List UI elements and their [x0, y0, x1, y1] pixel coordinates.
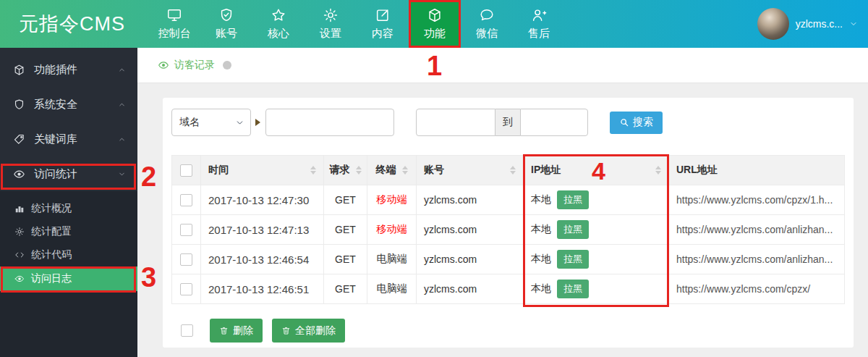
row-checkbox[interactable] — [180, 194, 192, 206]
keyword-input[interactable] — [265, 109, 394, 136]
chevron-up-icon — [118, 135, 126, 143]
sort-icon[interactable] — [310, 166, 316, 175]
sidebar-item-label: 功能插件 — [34, 63, 77, 77]
nav-item-aftersale[interactable]: 售后 — [513, 0, 565, 48]
submenu-item-label: 统计概况 — [31, 202, 72, 215]
column-header-ip[interactable]: IP地址 — [524, 156, 669, 185]
row-checkbox[interactable] — [180, 224, 192, 236]
caret-right-icon — [255, 119, 260, 126]
blacklist-button[interactable]: 拉黑 — [557, 220, 589, 239]
ip-label: 本地 — [531, 282, 551, 294]
trash-icon — [219, 326, 229, 335]
field-select-value: 域名 — [179, 116, 200, 129]
cell-device: 电脑端 — [367, 274, 417, 304]
sidebar-item-plugins[interactable]: 功能插件 — [0, 52, 137, 87]
device-label: 移动端 — [377, 193, 407, 205]
nav-item-label: 功能 — [424, 27, 446, 41]
column-header-time[interactable]: 时间 — [201, 156, 324, 185]
nav-item-settings[interactable]: 设置 — [305, 0, 357, 48]
device-label: 电脑端 — [377, 253, 407, 264]
nav-item-core[interactable]: 核心 — [252, 0, 305, 48]
submenu-item-stats-config[interactable]: 统计配置 — [0, 220, 137, 243]
nav-item-label: 售后 — [528, 27, 550, 41]
table-row: 2017-10-13 12:47:30 GET 移动端 yzlcms.com 本… — [172, 185, 845, 215]
column-header-label: IP地址 — [531, 164, 561, 177]
cell-time: 2017-10-13 12:46:51 — [201, 274, 324, 304]
breadcrumb: 访客记录 — [158, 59, 231, 72]
admin-page: 元指令CMS 控制台 账号 核心 设置 内容 — [0, 0, 868, 357]
cell-method: GET — [324, 185, 367, 215]
nav-item-wechat[interactable]: 微信 — [461, 0, 513, 48]
cell-ip: 本地拉黑 — [524, 185, 669, 215]
nav-item-console[interactable]: 控制台 — [148, 0, 200, 48]
row-checkbox[interactable] — [180, 253, 192, 266]
delete-all-button[interactable]: 全部删除 — [272, 319, 345, 343]
tab-close-dot[interactable] — [223, 61, 231, 70]
top-bar: 元指令CMS 控制台 账号 核心 设置 内容 — [0, 0, 868, 48]
cell-device: 移动端 — [367, 215, 417, 245]
nav-item-label: 内容 — [372, 27, 393, 41]
select-all-checkbox[interactable] — [180, 164, 192, 177]
top-nav: 控制台 账号 核心 设置 内容 功能 — [148, 0, 565, 48]
sidebar: 功能插件 系统安全 关键词库 访问统计 统计概况 统计配置 — [0, 48, 137, 357]
delete-button[interactable]: 删除 — [210, 319, 263, 343]
column-header-method[interactable]: 请求 — [324, 156, 367, 185]
submenu-item-stats-code[interactable]: 统计代码 — [0, 243, 137, 266]
row-checkbox[interactable] — [180, 283, 192, 295]
sidebar-item-label: 系统安全 — [34, 98, 77, 112]
cube-icon — [427, 7, 443, 23]
sort-icon[interactable] — [655, 166, 661, 175]
sort-icon[interactable] — [402, 166, 408, 175]
search-button[interactable]: 搜索 — [610, 112, 663, 134]
sort-icon[interactable] — [510, 166, 516, 175]
search-icon — [619, 117, 629, 127]
cube-icon — [13, 64, 25, 76]
sidebar-item-visit-stats[interactable]: 访问统计 — [0, 156, 137, 191]
filter-bar: 域名 到 搜索 — [171, 109, 845, 136]
blacklist-button[interactable]: 拉黑 — [557, 280, 589, 298]
eye-icon — [13, 168, 25, 180]
cell-account: yzlcms.com — [417, 245, 524, 274]
visit-log-panel: 域名 到 搜索 — [163, 98, 854, 348]
sort-icon[interactable] — [356, 166, 362, 175]
tab-strip: 访客记录 — [137, 48, 868, 83]
cell-device: 移动端 — [367, 185, 417, 215]
ip-label: 本地 — [531, 253, 551, 264]
eye-icon — [14, 274, 25, 284]
delete-all-button-label: 全部删除 — [295, 324, 336, 337]
table-row: 2017-10-13 12:46:51 GET 电脑端 yzlcms.com 本… — [172, 274, 845, 304]
trash-icon — [281, 326, 291, 335]
nav-item-content[interactable]: 内容 — [357, 0, 409, 48]
bar-chart-icon — [14, 203, 25, 214]
nav-item-function[interactable]: 功能 — [409, 0, 461, 48]
date-to-label: 到 — [495, 109, 520, 136]
blacklist-button[interactable]: 拉黑 — [557, 250, 589, 269]
table-row: 2017-10-13 12:47:13 GET 移动端 yzlcms.com 本… — [172, 215, 845, 245]
column-header-account[interactable]: 账号 — [417, 156, 524, 185]
ip-label: 本地 — [531, 223, 551, 235]
edit-icon — [375, 7, 391, 23]
user-menu[interactable]: yzlcms.c... — [757, 0, 868, 48]
cell-url: https://www.yzlcms.com/cpzx/1.h... — [669, 185, 845, 215]
cell-time: 2017-10-13 12:47:30 — [201, 185, 324, 215]
date-from-input[interactable] — [416, 109, 495, 136]
submenu-item-label: 访问日志 — [31, 272, 72, 285]
shield-check-icon — [218, 7, 234, 23]
submenu-item-stats-overview[interactable]: 统计概况 — [0, 197, 137, 220]
sidebar-item-keywords[interactable]: 关键词库 — [0, 122, 137, 156]
date-to-input[interactable] — [520, 109, 588, 136]
field-select[interactable]: 域名 — [171, 109, 251, 136]
cell-url: https://www.yzlcms.com/anlizhan... — [669, 215, 845, 245]
blacklist-button[interactable]: 拉黑 — [557, 190, 589, 209]
user-name: yzlcms.c... — [796, 18, 843, 30]
cell-method: GET — [324, 245, 367, 274]
column-header-device[interactable]: 终端 — [367, 156, 417, 185]
submenu-item-visit-log[interactable]: 访问日志 — [0, 266, 137, 291]
column-header-label: 账号 — [424, 164, 444, 177]
sidebar-submenu: 统计概况 统计配置 统计代码 访问日志 — [0, 191, 137, 357]
visit-log-table: 时间 请求 终端 账号 IP地址 URL地址 2017-10-13 12:47:… — [171, 155, 845, 304]
nav-item-account[interactable]: 账号 — [200, 0, 252, 48]
cell-method: GET — [324, 274, 367, 304]
sidebar-item-security[interactable]: 系统安全 — [0, 87, 137, 122]
footer-select-checkbox[interactable] — [181, 324, 193, 337]
